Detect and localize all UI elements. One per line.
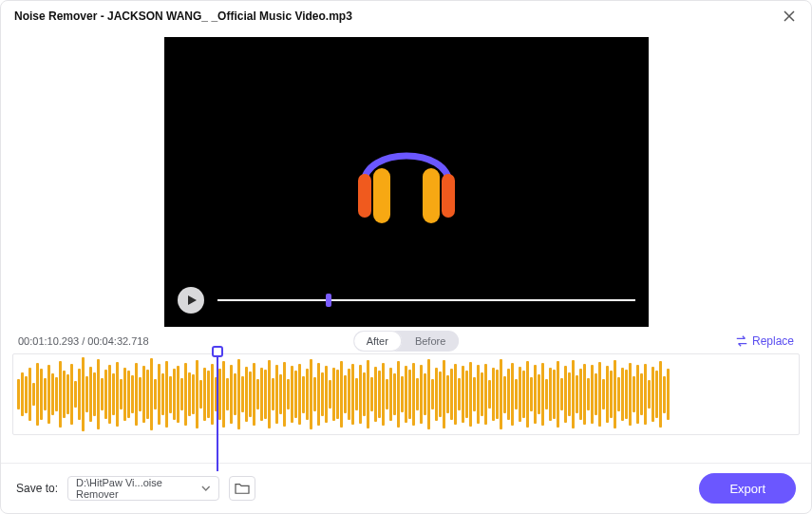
waveform-bar	[59, 361, 62, 427]
waveform-bar	[351, 364, 354, 426]
waveform-bar	[211, 364, 214, 426]
waveform-bar	[367, 360, 369, 428]
waveform-bar	[310, 359, 312, 429]
waveform-bar	[617, 377, 620, 411]
waveform-bar	[55, 377, 58, 412]
waveform-bar	[177, 366, 179, 423]
waveform-bar	[226, 378, 229, 409]
waveform-bar	[443, 360, 445, 428]
waveform-bar	[587, 378, 590, 411]
toggle-before[interactable]: Before	[402, 331, 459, 352]
waveform-bar	[85, 376, 88, 412]
waveform-bar	[412, 363, 415, 426]
waveform-bar	[363, 372, 366, 417]
waveform-bar	[169, 376, 172, 413]
waveform-bar	[530, 377, 533, 412]
waveform-area	[1, 353, 811, 435]
waveform-bar	[275, 365, 278, 423]
total-time: 00:04:32.718	[87, 335, 148, 347]
waveform-bar	[481, 372, 483, 416]
waveform-bar	[279, 374, 282, 414]
waveform-bar	[150, 358, 153, 430]
waveform-bar	[484, 364, 487, 426]
waveform-bar	[207, 371, 210, 418]
waveform-bar	[336, 370, 339, 419]
waveform-bar	[465, 371, 468, 418]
waveform-bar	[344, 375, 347, 413]
waveform-bar	[454, 364, 457, 425]
waveform-bar	[135, 363, 138, 426]
waveform-bar	[47, 365, 50, 423]
waveform-bar	[560, 378, 563, 409]
playhead-line[interactable]	[217, 357, 218, 471]
waveform-bar	[287, 379, 290, 409]
app-window: Noise Remover - JACKSON WANG_ _Official …	[0, 0, 812, 514]
waveform-bar	[640, 373, 643, 414]
waveform-bar	[625, 370, 628, 418]
waveform-bar	[234, 373, 236, 416]
waveform-bar	[264, 370, 267, 418]
waveform-bar	[184, 363, 187, 427]
save-path-select[interactable]: D:\HitPaw Vi...oise Remover	[67, 476, 219, 501]
waveform-bar	[549, 368, 552, 422]
waveform-bar	[313, 377, 316, 411]
waveform-bar	[621, 368, 624, 421]
waveform-bar	[127, 371, 130, 417]
open-folder-button[interactable]	[229, 476, 255, 501]
playhead-handle[interactable]	[212, 346, 223, 357]
toggle-after[interactable]: After	[353, 331, 402, 352]
waveform-bar	[583, 364, 586, 426]
waveform-bar	[154, 379, 157, 409]
waveform-bar	[17, 379, 20, 409]
waveform-bar	[28, 368, 31, 421]
waveform-bar	[378, 371, 381, 418]
play-button[interactable]	[178, 287, 204, 314]
waveform-track[interactable]	[12, 353, 800, 435]
waveform-bar	[359, 365, 362, 424]
seek-bar[interactable]	[217, 299, 635, 301]
waveform-bar	[146, 370, 149, 418]
waveform-bar	[196, 360, 198, 428]
waveform-bar	[291, 366, 293, 422]
waveform-bar	[545, 379, 548, 409]
waveform-bar	[332, 368, 335, 422]
waveform-bar	[321, 372, 324, 416]
waveform-bar	[496, 370, 499, 418]
export-button[interactable]: Export	[699, 473, 796, 504]
waveform-bar	[629, 363, 632, 427]
svg-rect-2	[442, 174, 455, 218]
waveform-bar	[644, 364, 647, 425]
current-time: 00:01:10.293	[18, 335, 79, 347]
waveform-bar	[393, 373, 396, 414]
waveform-bar	[268, 360, 271, 428]
waveform-bar	[401, 376, 404, 412]
waveform-bar	[355, 378, 358, 409]
folder-icon	[235, 482, 250, 495]
waveform-bar	[139, 377, 142, 411]
close-button[interactable]	[781, 8, 798, 25]
waveform-bar	[199, 380, 202, 409]
save-path-value: D:\HitPaw Vi...oise Remover	[76, 477, 201, 500]
waveform-bar	[462, 366, 464, 422]
waveform-bar	[636, 365, 639, 423]
waveform-bar	[165, 361, 168, 428]
replace-button[interactable]: Replace	[735, 334, 794, 348]
waveform-bar	[503, 376, 506, 413]
waveform-bar	[519, 367, 521, 422]
waveform-bar	[598, 362, 601, 427]
waveform-bar	[374, 367, 377, 422]
waveform-bar	[245, 367, 248, 422]
waveform-bar	[511, 363, 514, 427]
svg-rect-3	[423, 168, 440, 223]
waveform-bar	[104, 370, 107, 419]
after-before-toggle[interactable]: After Before	[353, 331, 460, 352]
playback-controls	[178, 287, 635, 314]
waveform-bar	[51, 373, 54, 416]
waveform-bar	[188, 372, 191, 417]
waveform-bar	[602, 379, 605, 409]
waveform-bar	[66, 374, 69, 414]
waveform-bar	[44, 378, 47, 409]
seek-handle[interactable]	[326, 294, 331, 307]
waveform-bar	[89, 367, 92, 422]
waveform-bar	[439, 371, 442, 417]
